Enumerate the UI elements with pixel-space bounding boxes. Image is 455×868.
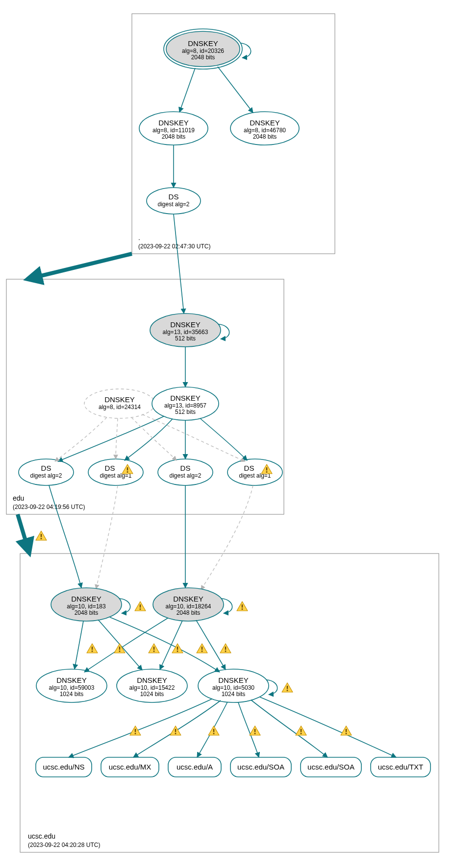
node-edu-ksk: DNSKEY alg=13, id=35663 512 bits: [150, 313, 221, 347]
zone-ts-edu: (2023-09-22 04:19:56 UTC): [13, 504, 85, 510]
edge: [49, 485, 81, 588]
edge: [69, 699, 212, 757]
edge-dashed: [142, 414, 245, 461]
svg-text:alg=8, id=11019: alg=8, id=11019: [152, 127, 195, 134]
svg-text:ucsc.edu/TXT: ucsc.edu/TXT: [378, 763, 424, 771]
svg-text:alg=13, id=8957: alg=13, id=8957: [164, 402, 206, 409]
svg-text:2048 bits: 2048 bits: [75, 609, 99, 616]
node-rr-txt: ucsc.edu/TXT: [371, 757, 430, 777]
edge: [75, 621, 83, 669]
node-root-zsk2: DNSKEY alg=8, id=46780 2048 bits: [230, 112, 299, 145]
warning-icon: [135, 602, 146, 611]
node-edu-ds3: DS digest alg=2: [158, 459, 213, 485]
node-root-ds: DS digest alg=2: [147, 188, 201, 214]
warning-icon: [208, 726, 219, 735]
svg-text:2048 bits: 2048 bits: [162, 133, 186, 140]
delegation-edu-ucsc: [18, 514, 29, 554]
edge: [125, 419, 173, 460]
svg-text:DNSKEY: DNSKEY: [137, 676, 167, 684]
svg-text:DNSKEY: DNSKEY: [104, 395, 135, 404]
edge-dashed: [96, 485, 118, 589]
svg-text:DNSKEY: DNSKEY: [56, 676, 87, 684]
warning-icon: [250, 726, 260, 735]
warning-icon: [282, 683, 293, 692]
edge-dashed: [55, 417, 107, 461]
svg-text:DNSKEY: DNSKEY: [170, 394, 201, 402]
node-edu-ds4: DS digest alg=1: [228, 459, 282, 485]
zone-ts-root: (2023-09-22 02:47:30 UTC): [138, 243, 210, 250]
edge: [200, 418, 247, 460]
edge-root-ds-to-edu-ksk: [174, 214, 184, 313]
node-rr-soa2: ucsc.edu/SOA: [301, 757, 361, 777]
svg-text:DS: DS: [41, 464, 51, 472]
edge-dashed: [116, 418, 118, 459]
delegation-root-edu: [27, 254, 132, 279]
edge: [160, 621, 182, 670]
svg-text:DNSKEY: DNSKEY: [188, 39, 218, 48]
svg-text:512 bits: 512 bits: [175, 409, 196, 415]
zone-label-ucsc: ucsc.edu: [28, 832, 55, 840]
svg-text:alg=10, id=15422: alg=10, id=15422: [129, 684, 175, 691]
warning-icon: [197, 644, 207, 653]
edge: [196, 620, 226, 670]
svg-text:DS: DS: [180, 464, 191, 472]
node-ucsc-ksk1: DNSKEY alg=10, id=183 2048 bits: [51, 588, 122, 621]
svg-text:ucsc.edu/A: ucsc.edu/A: [177, 763, 213, 771]
dnssec-chain-diagram: . (2023-09-22 02:47:30 UTC) edu (2023-09…: [0, 0, 455, 868]
zone-label-edu: edu: [13, 494, 24, 502]
zone-ts-ucsc: (2023-09-22 04:20:28 UTC): [28, 842, 100, 848]
svg-text:alg=10, id=183: alg=10, id=183: [67, 603, 106, 610]
warning-icon: [149, 644, 159, 653]
node-edu-dashed: DNSKEY alg=8, id=24314: [84, 389, 155, 418]
svg-text:digest alg=2: digest alg=2: [30, 472, 62, 479]
node-ucsc-ksk2: DNSKEY alg=10, id=18264 2048 bits: [153, 588, 224, 621]
warning-icon: [237, 602, 248, 611]
warning-icon: [130, 726, 141, 735]
node-edu-ds1: DS digest alg=2: [19, 459, 74, 485]
svg-text:1024 bits: 1024 bits: [140, 691, 164, 698]
edge: [218, 67, 253, 113]
svg-text:ucsc.edu/MX: ucsc.edu/MX: [109, 763, 152, 771]
node-edu-ds2: DS digest alg=1: [88, 459, 143, 485]
edge: [84, 618, 168, 672]
svg-text:DS: DS: [244, 464, 254, 472]
edge: [260, 697, 396, 757]
svg-text:2048 bits: 2048 bits: [177, 609, 201, 616]
warning-icon: [341, 726, 352, 735]
svg-text:DS: DS: [169, 193, 179, 201]
edge: [179, 68, 195, 112]
svg-text:ucsc.edu/SOA: ucsc.edu/SOA: [237, 763, 284, 771]
svg-text:alg=8, id=46780: alg=8, id=46780: [244, 127, 286, 134]
edge: [58, 416, 164, 461]
svg-text:alg=8, id=24314: alg=8, id=24314: [99, 404, 141, 410]
svg-text:DNSKEY: DNSKEY: [170, 320, 201, 329]
svg-text:DNSKEY: DNSKEY: [218, 676, 249, 684]
svg-text:alg=13, id=35663: alg=13, id=35663: [163, 329, 208, 336]
edge-dashed: [201, 485, 253, 590]
svg-text:alg=10, id=18264: alg=10, id=18264: [166, 603, 211, 610]
svg-text:digest alg=2: digest alg=2: [169, 472, 201, 479]
svg-text:ucsc.edu/NS: ucsc.edu/NS: [43, 763, 84, 771]
node-rr-mx: ucsc.edu/MX: [101, 757, 159, 777]
svg-text:DNSKEY: DNSKEY: [173, 595, 203, 603]
svg-text:alg=10, id=5030: alg=10, id=5030: [212, 684, 254, 691]
svg-text:digest alg=2: digest alg=2: [157, 201, 189, 208]
edge: [251, 700, 328, 757]
node-ucsc-zsk3: DNSKEY alg=10, id=5030 1024 bits: [198, 669, 269, 702]
svg-text:alg=10, id=59003: alg=10, id=59003: [49, 684, 95, 691]
node-ucsc-zsk2: DNSKEY alg=10, id=15422 1024 bits: [117, 669, 187, 702]
warning-icon: [172, 644, 183, 653]
svg-text:512 bits: 512 bits: [175, 335, 196, 342]
node-root-zsk1: DNSKEY alg=8, id=11019 2048 bits: [139, 112, 208, 145]
node-rr-ns: ucsc.edu/NS: [36, 757, 92, 777]
svg-text:DS: DS: [105, 464, 115, 472]
svg-text:2048 bits: 2048 bits: [191, 54, 215, 61]
svg-text:2048 bits: 2048 bits: [253, 133, 277, 140]
warning-icon: [296, 726, 306, 735]
zone-label-root: .: [138, 234, 140, 241]
node-root-ksk: DNSKEY alg=8, id=20326 2048 bits: [164, 29, 242, 69]
edge-dashed: [131, 417, 177, 460]
node-ucsc-zsk1: DNSKEY alg=10, id=59003 1024 bits: [36, 669, 107, 702]
svg-text:DNSKEY: DNSKEY: [250, 119, 280, 127]
svg-text:DNSKEY: DNSKEY: [158, 119, 189, 127]
